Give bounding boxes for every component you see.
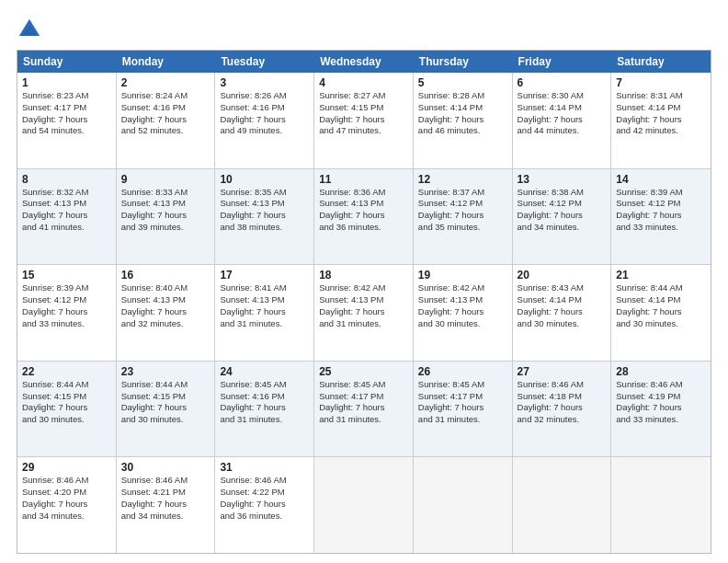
day-info: Sunrise: 8:46 AMSunset: 4:22 PMDaylight:… (220, 475, 309, 522)
day-info: Sunrise: 8:46 AMSunset: 4:19 PMDaylight:… (616, 379, 706, 426)
cal-cell: 25Sunrise: 8:45 AMSunset: 4:17 PMDayligh… (314, 362, 414, 457)
cal-cell: 23Sunrise: 8:44 AMSunset: 4:15 PMDayligh… (117, 362, 216, 457)
day-info: Sunrise: 8:46 AMSunset: 4:21 PMDaylight:… (121, 475, 210, 522)
calendar-body: 1Sunrise: 8:23 AMSunset: 4:17 PMDaylight… (17, 73, 711, 553)
day-number: 10 (220, 173, 309, 186)
cal-row: 8Sunrise: 8:32 AMSunset: 4:13 PMDaylight… (17, 169, 711, 266)
cal-cell: 7Sunrise: 8:31 AMSunset: 4:14 PMDaylight… (611, 73, 711, 168)
cal-cell: 31Sunrise: 8:46 AMSunset: 4:22 PMDayligh… (215, 457, 314, 553)
day-number: 13 (518, 173, 607, 186)
cal-header-cell: Saturday (611, 51, 711, 73)
cal-header-cell: Monday (117, 51, 216, 73)
cal-cell: 18Sunrise: 8:42 AMSunset: 4:13 PMDayligh… (314, 265, 414, 361)
cal-header-cell: Sunday (17, 51, 117, 73)
logo-icon (17, 17, 42, 42)
day-info: Sunrise: 8:38 AMSunset: 4:12 PMDaylight:… (518, 187, 607, 234)
day-number: 6 (518, 76, 607, 89)
cal-cell: 14Sunrise: 8:39 AMSunset: 4:12 PMDayligh… (611, 169, 711, 265)
day-info: Sunrise: 8:39 AMSunset: 4:12 PMDaylight:… (22, 282, 111, 329)
day-info: Sunrise: 8:42 AMSunset: 4:13 PMDaylight:… (319, 282, 408, 329)
day-info: Sunrise: 8:26 AMSunset: 4:16 PMDaylight:… (220, 90, 309, 137)
cal-cell: 30Sunrise: 8:46 AMSunset: 4:21 PMDayligh… (117, 457, 216, 553)
day-number: 21 (616, 269, 706, 282)
day-number: 18 (319, 269, 408, 282)
cal-cell: 2Sunrise: 8:24 AMSunset: 4:16 PMDaylight… (117, 73, 216, 168)
day-number: 30 (121, 461, 210, 474)
cal-row: 29Sunrise: 8:46 AMSunset: 4:20 PMDayligh… (17, 457, 711, 553)
cal-cell: 17Sunrise: 8:41 AMSunset: 4:13 PMDayligh… (215, 265, 314, 361)
cal-cell: 12Sunrise: 8:37 AMSunset: 4:12 PMDayligh… (414, 169, 513, 265)
cal-cell (314, 457, 414, 553)
day-number: 14 (616, 173, 706, 186)
cal-cell (611, 457, 711, 553)
day-number: 27 (518, 365, 607, 378)
day-number: 12 (418, 173, 507, 186)
cal-header-cell: Wednesday (314, 51, 414, 73)
day-number: 20 (518, 269, 607, 282)
day-number: 31 (220, 461, 309, 474)
day-info: Sunrise: 8:39 AMSunset: 4:12 PMDaylight:… (616, 187, 706, 234)
header (17, 17, 711, 42)
cal-cell: 10Sunrise: 8:35 AMSunset: 4:13 PMDayligh… (215, 169, 314, 265)
day-number: 29 (22, 461, 111, 474)
day-info: Sunrise: 8:44 AMSunset: 4:15 PMDaylight:… (22, 379, 111, 426)
cal-cell: 16Sunrise: 8:40 AMSunset: 4:13 PMDayligh… (117, 265, 216, 361)
day-info: Sunrise: 8:43 AMSunset: 4:14 PMDaylight:… (518, 282, 607, 329)
day-info: Sunrise: 8:27 AMSunset: 4:15 PMDaylight:… (319, 90, 408, 137)
day-number: 26 (418, 365, 507, 378)
day-number: 17 (220, 269, 309, 282)
cal-cell: 6Sunrise: 8:30 AMSunset: 4:14 PMDaylight… (513, 73, 612, 168)
day-number: 8 (22, 173, 111, 186)
calendar: SundayMondayTuesdayWednesdayThursdayFrid… (17, 50, 711, 554)
cal-cell: 4Sunrise: 8:27 AMSunset: 4:15 PMDaylight… (314, 73, 414, 168)
cal-header-cell: Friday (513, 51, 612, 73)
day-info: Sunrise: 8:40 AMSunset: 4:13 PMDaylight:… (121, 282, 210, 329)
cal-row: 15Sunrise: 8:39 AMSunset: 4:12 PMDayligh… (17, 265, 711, 362)
day-number: 16 (121, 269, 210, 282)
day-info: Sunrise: 8:31 AMSunset: 4:14 PMDaylight:… (616, 90, 706, 137)
cal-cell: 9Sunrise: 8:33 AMSunset: 4:13 PMDaylight… (117, 169, 216, 265)
day-number: 2 (121, 76, 210, 89)
day-info: Sunrise: 8:45 AMSunset: 4:17 PMDaylight:… (319, 379, 408, 426)
cal-row: 22Sunrise: 8:44 AMSunset: 4:15 PMDayligh… (17, 362, 711, 458)
cal-cell: 15Sunrise: 8:39 AMSunset: 4:12 PMDayligh… (17, 265, 117, 361)
day-number: 4 (319, 76, 408, 89)
day-info: Sunrise: 8:44 AMSunset: 4:15 PMDaylight:… (121, 379, 210, 426)
day-info: Sunrise: 8:45 AMSunset: 4:17 PMDaylight:… (418, 379, 507, 426)
day-number: 24 (220, 365, 309, 378)
cal-cell: 5Sunrise: 8:28 AMSunset: 4:14 PMDaylight… (414, 73, 513, 168)
cal-cell (414, 457, 513, 553)
page: SundayMondayTuesdayWednesdayThursdayFrid… (0, 0, 728, 563)
day-info: Sunrise: 8:35 AMSunset: 4:13 PMDaylight:… (220, 187, 309, 234)
day-number: 11 (319, 173, 408, 186)
day-info: Sunrise: 8:44 AMSunset: 4:14 PMDaylight:… (616, 282, 706, 329)
logo (17, 17, 46, 42)
day-number: 22 (22, 365, 111, 378)
day-info: Sunrise: 8:46 AMSunset: 4:20 PMDaylight:… (22, 475, 111, 522)
day-info: Sunrise: 8:42 AMSunset: 4:13 PMDaylight:… (418, 282, 507, 329)
day-info: Sunrise: 8:30 AMSunset: 4:14 PMDaylight:… (518, 90, 607, 137)
day-info: Sunrise: 8:24 AMSunset: 4:16 PMDaylight:… (121, 90, 210, 137)
cal-cell: 8Sunrise: 8:32 AMSunset: 4:13 PMDaylight… (17, 169, 117, 265)
day-info: Sunrise: 8:36 AMSunset: 4:13 PMDaylight:… (319, 187, 408, 234)
calendar-header: SundayMondayTuesdayWednesdayThursdayFrid… (17, 51, 711, 73)
cal-cell: 28Sunrise: 8:46 AMSunset: 4:19 PMDayligh… (611, 362, 711, 457)
cal-cell: 26Sunrise: 8:45 AMSunset: 4:17 PMDayligh… (414, 362, 513, 457)
cal-cell: 11Sunrise: 8:36 AMSunset: 4:13 PMDayligh… (314, 169, 414, 265)
cal-cell: 27Sunrise: 8:46 AMSunset: 4:18 PMDayligh… (513, 362, 612, 457)
day-number: 9 (121, 173, 210, 186)
cal-row: 1Sunrise: 8:23 AMSunset: 4:17 PMDaylight… (17, 73, 711, 169)
day-info: Sunrise: 8:28 AMSunset: 4:14 PMDaylight:… (418, 90, 507, 137)
cal-cell: 3Sunrise: 8:26 AMSunset: 4:16 PMDaylight… (215, 73, 314, 168)
cal-cell: 22Sunrise: 8:44 AMSunset: 4:15 PMDayligh… (17, 362, 117, 457)
day-info: Sunrise: 8:32 AMSunset: 4:13 PMDaylight:… (22, 187, 111, 234)
cal-cell: 20Sunrise: 8:43 AMSunset: 4:14 PMDayligh… (513, 265, 612, 361)
day-info: Sunrise: 8:23 AMSunset: 4:17 PMDaylight:… (22, 90, 111, 137)
cal-cell: 29Sunrise: 8:46 AMSunset: 4:20 PMDayligh… (17, 457, 117, 553)
cal-cell: 1Sunrise: 8:23 AMSunset: 4:17 PMDaylight… (17, 73, 117, 168)
day-info: Sunrise: 8:37 AMSunset: 4:12 PMDaylight:… (418, 187, 507, 234)
day-info: Sunrise: 8:46 AMSunset: 4:18 PMDaylight:… (518, 379, 607, 426)
cal-cell: 21Sunrise: 8:44 AMSunset: 4:14 PMDayligh… (611, 265, 711, 361)
day-number: 1 (22, 76, 111, 89)
day-number: 28 (616, 365, 706, 378)
